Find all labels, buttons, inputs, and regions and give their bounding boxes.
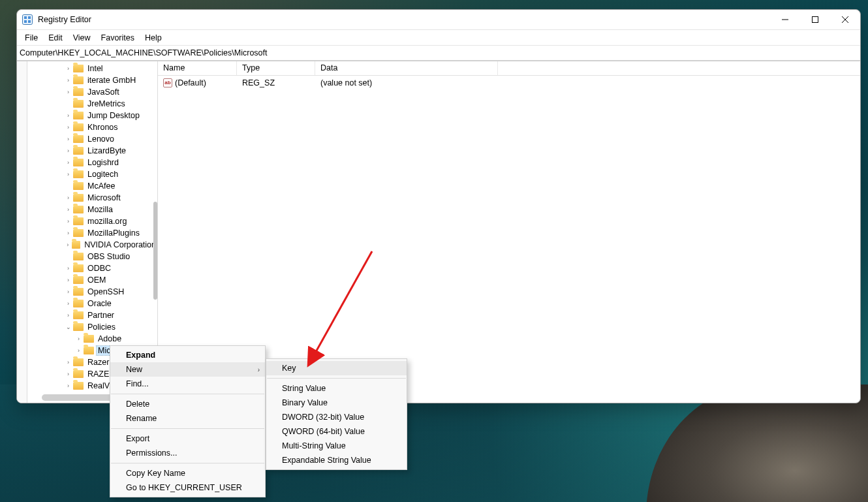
folder-icon bbox=[73, 253, 84, 260]
cm-new-expandable[interactable]: Expandable String Value bbox=[266, 453, 407, 467]
tree-item-oem[interactable]: OEM bbox=[27, 274, 157, 286]
chevron-icon[interactable] bbox=[65, 125, 71, 131]
context-menu-new: Key String Value Binary Value DWORD (32-… bbox=[266, 358, 407, 470]
tree-item-label: OBS Studio bbox=[87, 252, 130, 261]
reg-sz-icon: ab bbox=[163, 78, 172, 87]
folder-icon bbox=[73, 264, 84, 272]
tree-item-mcafee[interactable]: McAfee bbox=[27, 180, 157, 192]
cm-delete[interactable]: Delete bbox=[110, 397, 265, 411]
chevron-icon[interactable] bbox=[65, 360, 71, 366]
folder-icon bbox=[73, 135, 84, 143]
chevron-icon[interactable] bbox=[65, 136, 71, 142]
menu-file[interactable]: File bbox=[20, 32, 43, 44]
tree-item-nvidia-corporation[interactable]: NVIDIA Corporation bbox=[27, 239, 157, 251]
cm-new-string[interactable]: String Value bbox=[266, 381, 407, 396]
chevron-icon[interactable] bbox=[65, 266, 71, 272]
cm-permissions[interactable]: Permissions... bbox=[110, 446, 265, 460]
close-button[interactable] bbox=[830, 10, 860, 30]
tree-item-openssh[interactable]: OpenSSH bbox=[27, 286, 157, 298]
values-header: Name Type Data bbox=[158, 61, 860, 76]
menu-favorites[interactable]: Favorites bbox=[96, 32, 140, 44]
column-data[interactable]: Data bbox=[315, 61, 498, 75]
value-type: REG_SZ bbox=[237, 77, 315, 89]
chevron-icon[interactable] bbox=[65, 383, 71, 389]
svg-rect-2 bbox=[28, 16, 31, 19]
cm-goto-hkcu[interactable]: Go to HKEY_CURRENT_USER bbox=[110, 480, 265, 495]
tree-item-khronos[interactable]: Khronos bbox=[27, 121, 157, 133]
tree-item-odbc[interactable]: ODBC bbox=[27, 262, 157, 274]
tree-item-label: Jump Desktop bbox=[87, 111, 140, 120]
column-name[interactable]: Name bbox=[158, 61, 237, 75]
tree-item-oracle[interactable]: Oracle bbox=[27, 298, 157, 309]
chevron-icon[interactable] bbox=[65, 371, 71, 377]
tree-item-javasoft[interactable]: JavaSoft bbox=[27, 86, 157, 98]
tree-item-label: Adobe bbox=[98, 334, 121, 343]
chevron-icon[interactable] bbox=[65, 301, 71, 307]
tree-item-policies[interactable]: Policies bbox=[27, 321, 157, 333]
chevron-icon[interactable] bbox=[65, 160, 71, 166]
value-row[interactable]: ab(Default)REG_SZ(value not set) bbox=[158, 76, 860, 89]
tree-item-jump-desktop[interactable]: Jump Desktop bbox=[27, 110, 157, 121]
chevron-icon[interactable] bbox=[65, 219, 71, 225]
tree-item-label: MozillaPlugins bbox=[87, 228, 140, 238]
chevron-icon[interactable] bbox=[65, 195, 71, 201]
folder-icon bbox=[73, 147, 84, 155]
tree-item-lizardbyte[interactable]: LizardByte bbox=[27, 145, 157, 157]
chevron-icon[interactable] bbox=[65, 289, 71, 295]
chevron-icon[interactable] bbox=[65, 113, 71, 119]
folder-icon bbox=[73, 323, 84, 331]
values-list[interactable]: ab(Default)REG_SZ(value not set) bbox=[158, 76, 860, 89]
maximize-button[interactable] bbox=[800, 10, 830, 30]
chevron-icon[interactable] bbox=[65, 78, 71, 84]
chevron-icon[interactable] bbox=[65, 148, 71, 154]
tree-item-logitech[interactable]: Logitech bbox=[27, 168, 157, 180]
chevron-icon[interactable] bbox=[65, 277, 71, 283]
cm-new-binary[interactable]: Binary Value bbox=[266, 396, 407, 410]
cm-export[interactable]: Export bbox=[110, 431, 265, 446]
chevron-icon[interactable] bbox=[65, 207, 71, 213]
tree-item-label: NVIDIA Corporation bbox=[84, 240, 156, 249]
tree-item-mozillaplugins[interactable]: MozillaPlugins bbox=[27, 227, 157, 239]
minimize-button[interactable] bbox=[770, 10, 800, 30]
cm-new[interactable]: New bbox=[110, 362, 265, 377]
column-type[interactable]: Type bbox=[237, 61, 315, 75]
outer-scroll-gutter[interactable] bbox=[17, 61, 27, 403]
tree-item-label: Logishrd bbox=[87, 158, 119, 167]
folder-icon bbox=[72, 241, 80, 249]
tree-item-mozilla[interactable]: Mozilla bbox=[27, 204, 157, 215]
tree-item-iterate-gmbh[interactable]: iterate GmbH bbox=[27, 74, 157, 86]
cm-new-dword[interactable]: DWORD (32-bit) Value bbox=[266, 410, 407, 424]
menu-edit[interactable]: Edit bbox=[43, 32, 68, 44]
tree-scrollbar-thumb[interactable] bbox=[153, 202, 157, 300]
cm-copy-key-name[interactable]: Copy Key Name bbox=[110, 466, 265, 480]
chevron-icon[interactable] bbox=[65, 313, 71, 319]
folder-icon bbox=[73, 206, 84, 213]
tree-item-adobe[interactable]: Adobe bbox=[27, 333, 157, 345]
menu-view[interactable]: View bbox=[68, 32, 96, 44]
chevron-icon[interactable] bbox=[76, 348, 82, 354]
chevron-icon[interactable] bbox=[65, 172, 71, 178]
address-bar[interactable]: Computer\HKEY_LOCAL_MACHINE\SOFTWARE\Pol… bbox=[17, 46, 860, 61]
chevron-icon[interactable] bbox=[65, 89, 71, 95]
chevron-icon[interactable] bbox=[65, 230, 71, 236]
tree-item-microsoft[interactable]: Microsoft bbox=[27, 192, 157, 204]
tree-item-logishrd[interactable]: Logishrd bbox=[27, 157, 157, 168]
cm-rename[interactable]: Rename bbox=[110, 411, 265, 426]
tree-item-intel[interactable]: Intel bbox=[27, 63, 157, 74]
menu-help[interactable]: Help bbox=[140, 32, 167, 44]
cm-find[interactable]: Find... bbox=[110, 377, 265, 391]
tree-item-lenovo[interactable]: Lenovo bbox=[27, 133, 157, 145]
tree-item-label: Mozilla bbox=[87, 205, 113, 214]
chevron-icon[interactable] bbox=[65, 66, 71, 72]
cm-new-qword[interactable]: QWORD (64-bit) Value bbox=[266, 424, 407, 439]
chevron-icon[interactable] bbox=[65, 242, 70, 248]
chevron-icon[interactable] bbox=[65, 324, 71, 330]
cm-new-multistring[interactable]: Multi-String Value bbox=[266, 439, 407, 453]
cm-new-key[interactable]: Key bbox=[266, 361, 407, 375]
cm-expand[interactable]: Expand bbox=[110, 348, 265, 362]
chevron-icon[interactable] bbox=[76, 336, 82, 342]
tree-item-mozilla-org[interactable]: mozilla.org bbox=[27, 215, 157, 227]
tree-item-partner[interactable]: Partner bbox=[27, 309, 157, 321]
tree-item-jremetrics[interactable]: JreMetrics bbox=[27, 98, 157, 110]
tree-item-obs-studio[interactable]: OBS Studio bbox=[27, 251, 157, 262]
